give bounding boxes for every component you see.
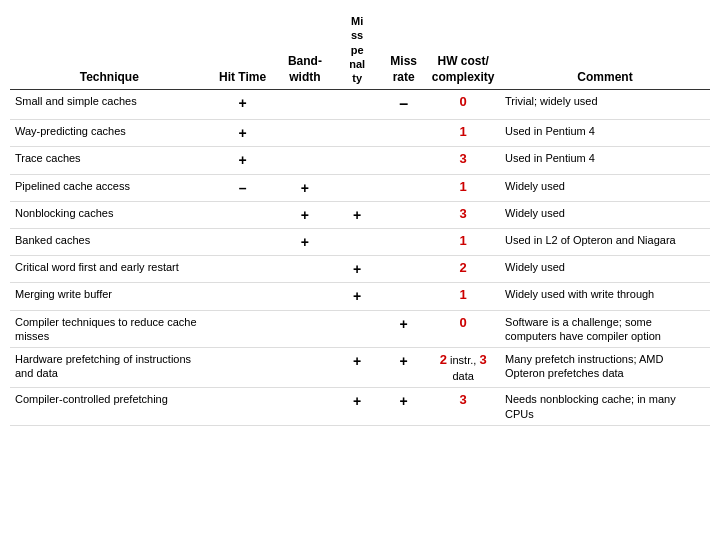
cell-hw-cost: 2 instr., 3 data [426, 348, 500, 388]
cell-bandwidth [277, 388, 334, 426]
cell-technique: Pipelined cache access [10, 174, 209, 201]
cell-miss-rate [381, 120, 426, 147]
cell-technique: Way-predicting caches [10, 120, 209, 147]
cell-technique: Nonblocking caches [10, 201, 209, 228]
cell-miss-rate [381, 174, 426, 201]
cell-comment: Trivial; widely used [500, 90, 710, 120]
cell-bandwidth [277, 90, 334, 120]
cell-bandwidth: + [277, 201, 334, 228]
cell-comment: Widely used [500, 174, 710, 201]
cell-comment: Used in Pentium 4 [500, 147, 710, 174]
cell-technique: Merging write buffer [10, 283, 209, 310]
cell-hit-time: + [209, 90, 277, 120]
cell-hw-cost: 0 [426, 310, 500, 348]
cell-hit-time [209, 283, 277, 310]
table-row: Way-predicting caches+1Used in Pentium 4 [10, 120, 710, 147]
cell-technique: Critical word first and early restart [10, 256, 209, 283]
cell-hit-time: + [209, 147, 277, 174]
cell-hit-time [209, 348, 277, 388]
cell-miss-penalty: + [333, 201, 381, 228]
cell-hit-time [209, 229, 277, 256]
cell-miss-rate [381, 147, 426, 174]
cell-miss-penalty [333, 147, 381, 174]
table-row: Trace caches+3Used in Pentium 4 [10, 147, 710, 174]
header-hit-time: Hit Time [209, 10, 277, 90]
cell-hw-cost: 0 [426, 90, 500, 120]
cell-miss-rate: + [381, 388, 426, 426]
cell-comment: Widely used with write through [500, 283, 710, 310]
cell-hw-cost: 3 [426, 147, 500, 174]
cell-technique: Compiler-controlled prefetching [10, 388, 209, 426]
cell-miss-penalty [333, 229, 381, 256]
cell-miss-penalty [333, 90, 381, 120]
cell-miss-penalty: + [333, 388, 381, 426]
cell-bandwidth: + [277, 174, 334, 201]
cell-technique: Trace caches [10, 147, 209, 174]
cell-hw-cost: 1 [426, 120, 500, 147]
cell-miss-rate: + [381, 348, 426, 388]
table-row: Small and simple caches+–0Trivial; widel… [10, 90, 710, 120]
cell-miss-penalty: + [333, 348, 381, 388]
cell-miss-penalty [333, 174, 381, 201]
cell-hw-cost: 3 [426, 201, 500, 228]
cell-miss-penalty [333, 310, 381, 348]
header-miss-rate: Miss rate [381, 10, 426, 90]
cell-hit-time: – [209, 174, 277, 201]
cell-technique: Small and simple caches [10, 90, 209, 120]
cell-miss-rate: – [381, 90, 426, 120]
cell-comment: Used in Pentium 4 [500, 120, 710, 147]
cell-miss-rate [381, 283, 426, 310]
cell-comment: Used in L2 of Opteron and Niagara [500, 229, 710, 256]
cell-bandwidth [277, 120, 334, 147]
cache-techniques-table: Technique Hit Time Band-width Misspenalt… [10, 10, 710, 426]
table-row: Compiler-controlled prefetching++3Needs … [10, 388, 710, 426]
cell-hit-time [209, 310, 277, 348]
cell-technique: Hardware prefetching of instructions and… [10, 348, 209, 388]
cell-hit-time [209, 388, 277, 426]
table-row: Nonblocking caches++3Widely used [10, 201, 710, 228]
table-row: Compiler techniques to reduce cache miss… [10, 310, 710, 348]
cell-comment: Many prefetch instructions; AMD Opteron … [500, 348, 710, 388]
cell-technique: Compiler techniques to reduce cache miss… [10, 310, 209, 348]
header-comment: Comment [500, 10, 710, 90]
table-row: Hardware prefetching of instructions and… [10, 348, 710, 388]
cell-hit-time [209, 201, 277, 228]
cell-hw-cost: 1 [426, 283, 500, 310]
cell-hw-cost: 3 [426, 388, 500, 426]
cell-bandwidth: + [277, 229, 334, 256]
cell-bandwidth [277, 283, 334, 310]
cell-bandwidth [277, 256, 334, 283]
cell-bandwidth [277, 348, 334, 388]
cell-hw-cost: 1 [426, 229, 500, 256]
table-row: Critical word first and early restart+2W… [10, 256, 710, 283]
cell-comment: Widely used [500, 201, 710, 228]
cell-hit-time: + [209, 120, 277, 147]
cell-miss-rate: + [381, 310, 426, 348]
cell-miss-rate [381, 256, 426, 283]
cell-bandwidth [277, 147, 334, 174]
cell-comment: Widely used [500, 256, 710, 283]
cell-miss-penalty: + [333, 256, 381, 283]
cell-hw-cost: 2 [426, 256, 500, 283]
cell-technique: Banked caches [10, 229, 209, 256]
cell-miss-rate [381, 201, 426, 228]
cell-comment: Software is a challenge; some computers … [500, 310, 710, 348]
cell-miss-penalty [333, 120, 381, 147]
table-row: Merging write buffer+1Widely used with w… [10, 283, 710, 310]
cell-miss-rate [381, 229, 426, 256]
cell-bandwidth [277, 310, 334, 348]
header-technique: Technique [10, 10, 209, 90]
header-bandwidth: Band-width [277, 10, 334, 90]
cell-hw-cost: 1 [426, 174, 500, 201]
cell-hit-time [209, 256, 277, 283]
table-row: Pipelined cache access–+1Widely used [10, 174, 710, 201]
table-row: Banked caches+1Used in L2 of Opteron and… [10, 229, 710, 256]
header-miss-penalty: Misspenalty [333, 10, 381, 90]
header-hw-cost: HW cost/ complexity [426, 10, 500, 90]
cell-miss-penalty: + [333, 283, 381, 310]
cell-comment: Needs nonblocking cache; in many CPUs [500, 388, 710, 426]
